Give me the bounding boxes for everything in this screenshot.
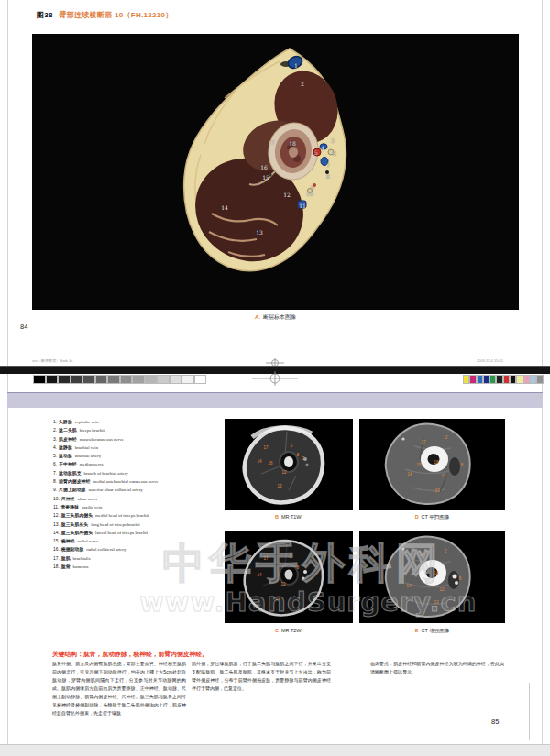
caption-d: DCT 平扫图像 bbox=[359, 514, 505, 520]
item-chinese-name: 肱动脉肌支 bbox=[59, 471, 81, 476]
page84-bottom-edge bbox=[0, 356, 550, 356]
color-swatch bbox=[503, 375, 510, 384]
specimen-number-label: 9 bbox=[311, 184, 314, 191]
page85-right-trim-mark bbox=[529, 683, 530, 740]
color-swatch bbox=[523, 375, 530, 384]
item-chinese-name: 桡神经 bbox=[61, 539, 75, 543]
caption-c-letter: C bbox=[275, 628, 279, 633]
caption-c-text: MR T2WI bbox=[281, 628, 302, 633]
panel-number-label: 8 bbox=[297, 453, 300, 457]
item-latin-name: superior ulnar collateral artery bbox=[88, 488, 142, 492]
specimen-number-label: 18 bbox=[289, 140, 296, 147]
item-latin-name: brachial vein bbox=[75, 445, 98, 450]
item-chinese-name: 肱三头肌外侧头 bbox=[61, 531, 93, 535]
item-latin-name: cephalic vein bbox=[75, 420, 99, 424]
color-swatch bbox=[530, 375, 536, 384]
item-chinese-name: 肱二头肌 bbox=[59, 428, 77, 433]
panel-number-label: 17 bbox=[263, 445, 268, 450]
item-latin-name: medial antebrachial cutaneous nerve bbox=[93, 479, 158, 484]
caption-a-text: 断层标本图像 bbox=[263, 314, 296, 320]
specimen-number-label: 15 bbox=[262, 174, 270, 181]
item-latin-name: radial nerve bbox=[77, 539, 98, 543]
key-structures-heading: 关键结构：肱骨，肱动静脉，桡神经，前臂内侧皮神经。 bbox=[52, 650, 419, 659]
item-number: 10. bbox=[53, 497, 60, 501]
color-swatch bbox=[496, 375, 502, 384]
panel-number-label: 8 bbox=[461, 463, 464, 467]
panel-number-label: 14 bbox=[257, 459, 261, 464]
specimen-number-label: 1 bbox=[294, 62, 298, 69]
panel-number-label: 18 bbox=[434, 460, 438, 465]
color-swatch bbox=[536, 375, 543, 384]
item-chinese-name: 尺神经 bbox=[61, 497, 75, 501]
caption-d-text: CT 平扫图像 bbox=[422, 514, 450, 520]
caption-b-text: MR T1WI bbox=[281, 514, 302, 520]
grayscale-calibration-strip bbox=[33, 375, 206, 384]
figure-title-text: 臂部连续横断层 10（FH.12210） bbox=[59, 11, 172, 19]
specimen-number-label: 12 bbox=[283, 192, 291, 198]
caption-c: CMR T2WI bbox=[225, 628, 353, 633]
panel-number-label: 2 bbox=[446, 435, 448, 440]
color-swatch bbox=[510, 375, 516, 384]
specimen-number-label: 10 bbox=[306, 191, 314, 197]
structure-list-item: 7.肱动脉肌支branch of brachial artery bbox=[53, 469, 218, 477]
item-latin-name: brachialis bbox=[73, 556, 91, 561]
item-chinese-name: 正中神经 bbox=[59, 462, 77, 466]
item-chinese-name: 前臂内侧皮神经 bbox=[59, 479, 90, 484]
specimen-number-label: 8 bbox=[326, 173, 330, 180]
color-swatch bbox=[490, 375, 496, 384]
item-number: 1. bbox=[53, 420, 57, 424]
panel-number-label: 8 bbox=[459, 576, 462, 581]
specimen-number-label: 17 bbox=[268, 139, 275, 146]
figure-title: 图38 臂部连续横断层 10（FH.12210） bbox=[37, 10, 173, 20]
structure-list-item: 3.肌皮神经musculocutaneous nerve bbox=[53, 435, 218, 444]
structure-list-item: 9.尺侧上副动脉superior ulnar collateral artery bbox=[53, 486, 218, 494]
panel-number-label: 13 bbox=[277, 484, 281, 488]
item-number: 11. bbox=[53, 505, 59, 509]
body-text-column-2: 肌外侧，穿过喙肱肌后，行于肱二头肌与肱肌之间下行，并发出分支支配喙肱肌、肱二头肌… bbox=[192, 660, 331, 693]
body-text-column-1: 肱骨外侧、前方及内侧有肱肌包绕，臂部主要血管、神经移至肱肌前内侧走行，可见尺侧下… bbox=[52, 660, 186, 718]
grayscale-step bbox=[194, 375, 207, 384]
item-number: 12. bbox=[53, 513, 60, 518]
item-latin-name: radial collateral artery bbox=[86, 547, 126, 552]
figure-number: 图38 bbox=[37, 11, 53, 19]
item-number: 8. bbox=[53, 479, 57, 484]
specimen-photo-panel: 123456789101112131415161718 bbox=[32, 34, 519, 310]
specimen-number-label: 11 bbox=[299, 203, 306, 209]
specimen-number-label: 2 bbox=[301, 81, 304, 87]
item-number: 17. bbox=[53, 556, 60, 561]
page85-bottom-trim-mark bbox=[463, 740, 532, 740]
caption-a-letter: A. bbox=[255, 314, 260, 320]
specimen-number-label: 14 bbox=[221, 204, 228, 211]
grayscale-step bbox=[95, 375, 108, 384]
item-chinese-name: 肱三头肌长头 bbox=[61, 522, 88, 527]
page-number-84: 84 bbox=[20, 323, 28, 331]
caption-e: ECT 增强图像 bbox=[359, 628, 505, 634]
specimen-number-label: 16 bbox=[260, 164, 268, 170]
color-swatch bbox=[477, 375, 483, 384]
panel-number-label: 3 bbox=[302, 456, 305, 461]
watermark-site-name: 中华手外科网 bbox=[147, 535, 458, 592]
specimen-number-label: 6 bbox=[333, 150, 336, 157]
watermark-site-url: www.HandSurgery.cn bbox=[139, 586, 466, 618]
item-number: 13. bbox=[53, 522, 60, 527]
color-swatch bbox=[516, 375, 522, 384]
grayscale-step bbox=[82, 375, 95, 384]
clinical-points-column: 临床要点：肌皮神经和前臂内侧皮神经为较为纤细的神经，在此高清晰断面上得以显示。 bbox=[370, 660, 504, 676]
color-calibration-strip bbox=[463, 375, 544, 384]
grayscale-step bbox=[170, 375, 182, 384]
panel-number-label: 17 bbox=[421, 440, 425, 444]
ct-plain-label-layer: 17218141312815 bbox=[359, 419, 505, 510]
color-swatch bbox=[469, 375, 476, 384]
print-note-right: 2009.12.4 15:01 bbox=[477, 358, 503, 363]
ct-plain-image-panel: 17218141312815 bbox=[359, 419, 505, 510]
color-swatch bbox=[483, 375, 490, 384]
grayscale-step bbox=[120, 375, 133, 384]
item-latin-name: humerus bbox=[73, 564, 89, 569]
grayscale-step bbox=[132, 375, 145, 384]
item-latin-name: branch of brachial artery bbox=[84, 471, 128, 476]
structure-list-item: 1.头静脉cephalic vein bbox=[53, 418, 218, 426]
item-number: 5. bbox=[53, 454, 57, 458]
item-number: 4. bbox=[53, 445, 57, 450]
structure-list-item: 2.肱二头肌biceps brachii bbox=[53, 426, 218, 434]
structure-list-item: 11.贵要静脉basilic vein bbox=[53, 503, 218, 511]
